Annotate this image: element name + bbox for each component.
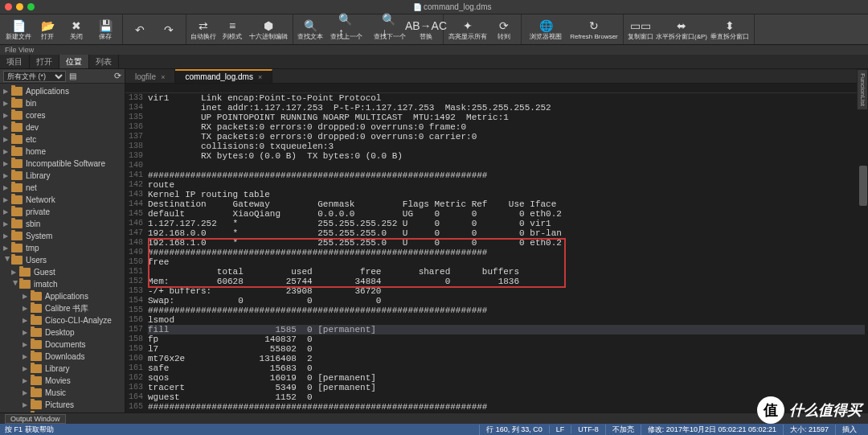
- tree-item-cores[interactable]: ▶cores: [0, 109, 125, 121]
- output-window-tab[interactable]: Output Window: [0, 412, 868, 424]
- code-line[interactable]: 163tracert 5349 0 [permanent]: [125, 383, 868, 392]
- tree-item-Library[interactable]: ▶Library: [0, 363, 125, 375]
- tree-item-Users[interactable]: ▶Users: [0, 254, 125, 266]
- tree-item-System[interactable]: ▶System: [0, 230, 125, 242]
- side-tab-项目[interactable]: 项目: [0, 55, 30, 68]
- code-line[interactable]: 157fill 1585 0 [permanent]: [125, 325, 868, 334]
- code-line[interactable]: 164wguest 1152 0: [125, 392, 868, 402]
- ribbon-保存[interactable]: 💾保存: [92, 16, 119, 43]
- tab-close-icon[interactable]: ×: [161, 73, 165, 81]
- tree-arrow-icon[interactable]: ▶: [3, 220, 11, 228]
- tree-arrow-icon[interactable]: ▶: [3, 196, 11, 203]
- ribbon-Refresh Browser[interactable]: ↻Refresh Browser: [568, 16, 620, 43]
- ribbon-打开[interactable]: 📂打开: [34, 16, 61, 43]
- tree-arrow-icon[interactable]: ▶: [23, 317, 31, 324]
- tree-arrow-icon[interactable]: ▶: [3, 148, 11, 155]
- tree-arrow-icon[interactable]: ▶: [3, 88, 11, 95]
- tree-arrow-icon[interactable]: ▶: [23, 365, 31, 372]
- tree-item-Movies[interactable]: ▶Movies: [0, 375, 125, 387]
- tree-item-net[interactable]: ▶net: [0, 182, 125, 194]
- code-line[interactable]: 150free: [125, 257, 868, 267]
- editor-tab-logfile[interactable]: logfile×: [125, 69, 175, 83]
- code-line[interactable]: 162sqos 16019 0 [permanent]: [125, 373, 868, 383]
- code-line[interactable]: 134 inet addr:1.127.127.253 P-t-P:1.127.…: [125, 103, 868, 113]
- code-line[interactable]: 161safe 15683 0: [125, 363, 868, 373]
- tree-arrow-icon[interactable]: ▶: [3, 160, 11, 167]
- ribbon-水平拆分窗口(&P)[interactable]: ⬌水平拆分窗口(&P): [656, 16, 707, 43]
- code-line[interactable]: 145default XiaoQiang 0.0.0.0 UG 0 0 0 et…: [125, 209, 868, 219]
- tree-arrow-icon[interactable]: ▶: [23, 329, 31, 336]
- tree-arrow-icon[interactable]: ▶: [3, 232, 11, 240]
- tree-arrow-icon[interactable]: ▶: [3, 184, 11, 191]
- tree-arrow-icon[interactable]: ▶: [23, 353, 31, 360]
- code-line[interactable]: 1461.127.127.252 * 255.255.255.252 U 0 0…: [125, 219, 868, 228]
- tree-arrow-icon[interactable]: ▶: [23, 389, 31, 396]
- tree-item-Applications[interactable]: ▶Applications: [0, 290, 125, 302]
- refresh-tree-icon[interactable]: ⟳: [114, 71, 121, 81]
- tree-arrow-icon[interactable]: ▶: [23, 377, 31, 384]
- tree-item-Applications[interactable]: ▶Applications: [0, 85, 125, 97]
- tab-close-icon[interactable]: ×: [258, 73, 262, 81]
- tree-arrow-icon[interactable]: ▶: [23, 341, 31, 348]
- tree-arrow-icon[interactable]: ▶: [4, 256, 11, 265]
- code-line[interactable]: 159l7 55802 0: [125, 344, 868, 354]
- tree-item-Desktop[interactable]: ▶Desktop: [0, 326, 125, 339]
- ribbon-↷[interactable]: ↷: [155, 16, 182, 43]
- tree-item-sbin[interactable]: ▶sbin: [0, 218, 125, 230]
- code-line[interactable]: 139 RX bytes:0 (0.0 B) TX bytes:0 (0.0 B…: [125, 151, 868, 161]
- ribbon-复制窗口[interactable]: ▭▭复制窗口: [627, 16, 654, 43]
- tree-item-private[interactable]: ▶private: [0, 206, 125, 218]
- code-line[interactable]: 149#####################################…: [125, 248, 868, 257]
- tree-item-Pictures[interactable]: ▶Pictures: [0, 399, 125, 411]
- tree-arrow-icon[interactable]: ▶: [3, 208, 11, 215]
- tree-item-Cisco-CLI-Analyze[interactable]: ▶Cisco-CLI-Analyze: [0, 314, 125, 326]
- ribbon-列模式[interactable]: ≡列模式: [219, 16, 246, 43]
- ribbon-高亮显示所有[interactable]: ✦高亮显示所有: [447, 16, 489, 43]
- tree-arrow-icon[interactable]: ▶: [11, 269, 19, 276]
- code-line[interactable]: 135 UP POINTOPOINT RUNNING NOARP MULTICA…: [125, 113, 868, 122]
- tree-item-etc[interactable]: ▶etc: [0, 133, 125, 146]
- minimize-window-icon[interactable]: [16, 3, 23, 10]
- maximize-window-icon[interactable]: [27, 3, 35, 10]
- tree-item-Downloads[interactable]: ▶Downloads: [0, 351, 125, 363]
- ribbon-自动换行[interactable]: ⇄自动换行: [190, 16, 217, 43]
- code-line[interactable]: 142route: [125, 180, 868, 190]
- ribbon-新建文件[interactable]: 📄新建文件: [5, 16, 32, 43]
- side-tab-列表[interactable]: 列表: [89, 55, 119, 68]
- tree-item-Documents[interactable]: ▶Documents: [0, 339, 125, 351]
- code-line[interactable]: 166cat /proc/slabinfo: [125, 412, 868, 412]
- code-line[interactable]: 147192.168.0.0 * 255.255.255.0 U 0 0 0 b…: [125, 228, 868, 238]
- ribbon-转到[interactable]: ⟳转到: [490, 16, 518, 43]
- tree-arrow-icon[interactable]: ▶: [3, 100, 11, 107]
- tree-arrow-icon[interactable]: ▶: [3, 136, 11, 143]
- code-line[interactable]: 148192.168.1.0 * 255.255.255.0 U 0 0 0 e…: [125, 238, 868, 248]
- tree-item-home[interactable]: ▶home: [0, 146, 125, 158]
- tree-item-bin[interactable]: ▶bin: [0, 97, 125, 109]
- tree-item-Calibre 书库[interactable]: ▶Calibre 书库: [0, 302, 125, 314]
- tree-item-Guest[interactable]: ▶Guest: [0, 266, 125, 278]
- close-window-icon[interactable]: [5, 3, 12, 10]
- code-line[interactable]: 165#####################################…: [125, 402, 868, 412]
- code-line[interactable]: 141#####################################…: [125, 170, 868, 180]
- file-tree[interactable]: ▶Applications▶bin▶cores▶dev▶etc▶home▶Inc…: [0, 84, 125, 412]
- scrollbar-thumb[interactable]: [859, 166, 867, 206]
- code-line[interactable]: 158fp 140837 0: [125, 334, 868, 344]
- tree-arrow-icon[interactable]: ▶: [23, 293, 31, 300]
- tree-item-Incompatible Software[interactable]: ▶Incompatible Software: [0, 158, 125, 170]
- tree-item-tmp[interactable]: ▶tmp: [0, 242, 125, 254]
- tree-item-Library[interactable]: ▶Library: [0, 170, 125, 182]
- tree-arrow-icon[interactable]: ▶: [23, 401, 31, 408]
- tree-arrow-icon[interactable]: ▶: [3, 124, 11, 131]
- ribbon-替换[interactable]: AB→AC替换: [412, 16, 440, 43]
- ribbon-浏览器视图[interactable]: 🌐浏览器视图: [525, 16, 567, 43]
- tree-arrow-icon[interactable]: ▶: [3, 244, 11, 252]
- side-tab-打开[interactable]: 打开: [30, 55, 59, 68]
- code-line[interactable]: 155#####################################…: [125, 306, 868, 315]
- tree-item-imatch[interactable]: ▶imatch: [0, 278, 125, 290]
- code-line[interactable]: 137 TX packets:0 errors:0 dropped:0 over…: [125, 132, 868, 142]
- tree-arrow-icon[interactable]: ▶: [3, 112, 11, 119]
- side-tab-位置[interactable]: 位置: [59, 55, 89, 68]
- code-line[interactable]: 143Kernel IP routing table: [125, 190, 868, 199]
- code-line[interactable]: 140: [125, 161, 868, 170]
- ribbon-查找文本[interactable]: 🔍查找文本: [297, 16, 324, 43]
